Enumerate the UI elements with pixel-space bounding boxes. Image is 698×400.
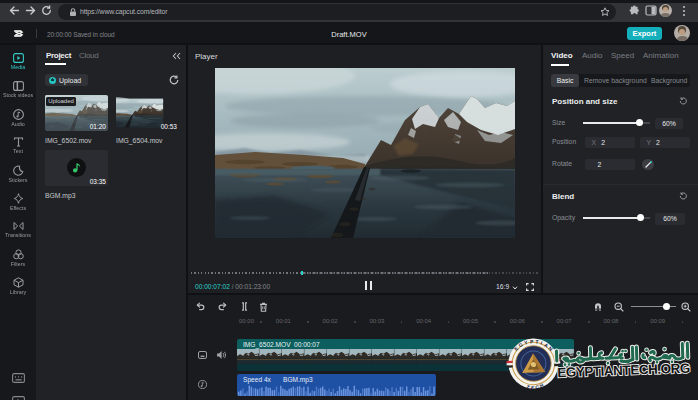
svg-text:EGYPTIANTECH.ORG: EGYPTIANTECH.ORG: [557, 361, 690, 381]
